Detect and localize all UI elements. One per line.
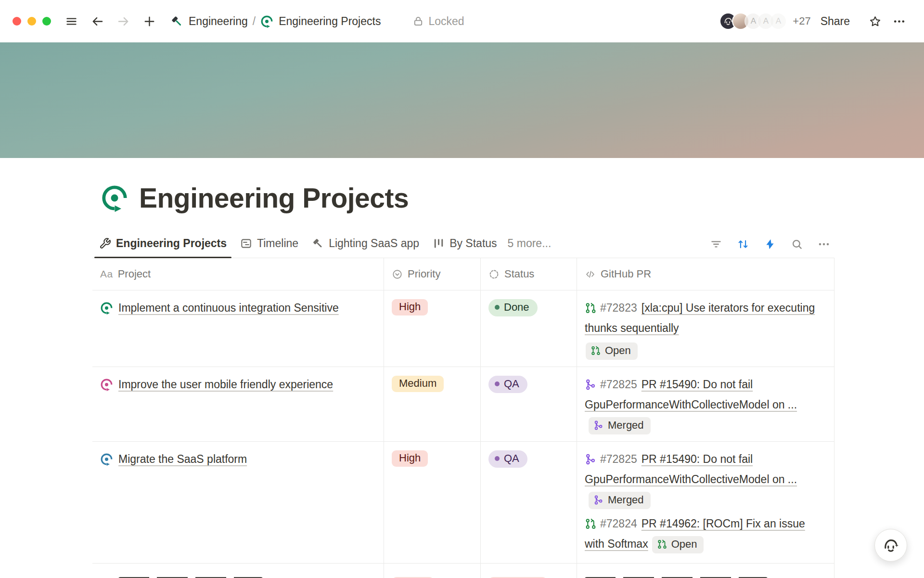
database-table: Aa Project Priority Status GitHub PR Imp… <box>92 258 834 578</box>
minimize-window-button[interactable] <box>27 17 36 26</box>
project-cell[interactable]: Improve the user mobile friendly experie… <box>92 367 384 441</box>
table-row: Improve the user mobile friendly experie… <box>92 367 834 442</box>
column-header-github-pr[interactable]: GitHub PR <box>577 258 834 290</box>
locked-indicator[interactable]: Locked <box>412 15 464 28</box>
breadcrumb-workspace-label: Engineering <box>189 15 248 28</box>
favorite-button[interactable] <box>864 11 886 32</box>
github-pr-cell[interactable]: #72825PR #15490: Do not fail GpuPerforma… <box>577 367 834 441</box>
github-pr-link[interactable]: #72823[xla:cpu] Use iterators for execut… <box>585 298 826 360</box>
timeline-icon <box>240 237 252 250</box>
project-page-icon <box>100 374 113 391</box>
status-tag[interactable]: Done <box>488 299 538 316</box>
priority-cell[interactable]: High <box>384 290 481 367</box>
forward-icon <box>117 15 130 28</box>
pr-state-badge: Open <box>652 536 704 553</box>
search-button[interactable] <box>786 235 808 254</box>
filter-button[interactable] <box>706 235 727 254</box>
automation-icon <box>764 238 776 250</box>
breadcrumb-page[interactable]: Engineering Projects <box>257 13 384 30</box>
project-cell[interactable]: Migrate the SaaS platform <box>92 442 384 563</box>
status-cell[interactable]: QA <box>481 442 577 563</box>
status-dot <box>495 305 500 310</box>
project-cell[interactable]: Implement a continuous integration Sensi… <box>92 290 384 367</box>
page-body: Engineering Projects Engineering Project… <box>0 182 924 578</box>
tab-label: 5 more... <box>508 237 552 250</box>
status-cell[interactable]: Done <box>481 290 577 367</box>
share-button[interactable]: Share <box>821 15 850 28</box>
view-more-button[interactable] <box>813 235 834 254</box>
more-icon <box>893 15 906 28</box>
status-label: QA <box>504 452 519 465</box>
search-icon <box>791 238 803 250</box>
github-pr-link[interactable]: #72825PR #15490: Do not fail GpuPerforma… <box>585 374 826 435</box>
sort-button[interactable] <box>732 235 754 254</box>
priority-tag[interactable]: Medium <box>392 376 444 392</box>
breadcrumb-workspace[interactable]: Engineering <box>167 13 251 30</box>
page-swirl-icon <box>260 15 273 28</box>
page-swirl-icon <box>101 184 128 212</box>
pr-number: #72825 <box>600 378 637 391</box>
column-header-status[interactable]: Status <box>481 258 577 290</box>
presence-overflow-count[interactable]: +27 <box>793 15 810 27</box>
tab-engineering-projects[interactable]: Engineering Projects <box>92 230 233 258</box>
github-pr-link[interactable]: #72825PR #15490: Do not fail GpuPerforma… <box>585 449 826 510</box>
sidebar-toggle-button[interactable] <box>61 11 82 32</box>
status-label: Done <box>504 301 529 314</box>
back-icon <box>91 15 104 28</box>
view-actions <box>706 235 834 254</box>
page-title[interactable]: Engineering Projects <box>139 182 409 214</box>
priority-cell[interactable]: High <box>384 442 481 563</box>
window-nav <box>61 11 160 32</box>
pr-number: #72825 <box>600 453 637 465</box>
priority-tag[interactable]: High <box>392 450 428 467</box>
github-pr-link[interactable]: #72824PR #14962: [ROCm] Fix an issue wit… <box>585 513 826 554</box>
breadcrumb-separator: / <box>253 15 256 28</box>
column-header-project[interactable]: Aa Project <box>92 258 384 290</box>
status-label: QA <box>504 378 519 390</box>
titlebar: Engineering / Engineering Projects Locke… <box>0 0 924 42</box>
fullscreen-window-button[interactable] <box>42 17 51 26</box>
tab-timeline[interactable]: Timeline <box>233 230 305 258</box>
table-header: Aa Project Priority Status GitHub PR <box>92 258 834 290</box>
github-pr-cell[interactable]: #72825PR #15490: Do not fail GpuPerforma… <box>577 442 834 563</box>
tabs-more[interactable]: 5 more... <box>504 230 558 258</box>
board-icon <box>433 237 445 250</box>
project-title-link[interactable]: Migrate the SaaS platform <box>118 449 247 469</box>
status-dot <box>495 381 500 386</box>
avatar[interactable]: A <box>770 13 787 30</box>
tab-by-status[interactable]: By Status <box>426 230 503 258</box>
more-options-button[interactable] <box>888 11 910 32</box>
priority-cell[interactable]: Medium <box>384 367 481 441</box>
tab-lighting-saas-app[interactable]: Lighting SaaS app <box>305 230 426 258</box>
column-header-priority[interactable]: Priority <box>384 258 481 290</box>
pr-open-icon <box>657 539 667 550</box>
close-window-button[interactable] <box>13 17 21 26</box>
page-icon[interactable] <box>101 184 128 212</box>
priority-tag[interactable]: High <box>392 299 428 315</box>
hammer-icon <box>312 237 324 250</box>
menu-icon <box>65 15 78 28</box>
pr-state-badge: Merged <box>589 417 651 434</box>
github-pr-cell[interactable]: #72823[xla:cpu] Use iterators for execut… <box>577 290 834 367</box>
breadcrumb-page-label: Engineering Projects <box>279 15 381 28</box>
cover-image[interactable] <box>0 42 924 158</box>
tab-label: Timeline <box>257 237 298 250</box>
select-property-icon <box>392 269 403 280</box>
automation-button[interactable] <box>759 235 781 254</box>
titlebar-right: A A A +27 Share <box>719 11 910 32</box>
more-icon <box>818 238 830 250</box>
pr-state-label: Open <box>671 537 697 552</box>
forward-button[interactable] <box>113 11 134 32</box>
project-title-link[interactable]: Improve the user mobile friendly experie… <box>118 374 333 394</box>
pr-number: #72823 <box>600 302 637 314</box>
project-title-link[interactable]: Implement a continuous integration Sensi… <box>118 298 339 318</box>
back-button[interactable] <box>87 11 108 32</box>
status-tag[interactable]: QA <box>488 450 527 468</box>
lock-icon <box>412 15 424 27</box>
status-tag[interactable]: QA <box>488 376 527 393</box>
notion-ai-button[interactable] <box>874 529 907 562</box>
column-label: GitHub PR <box>601 268 651 280</box>
new-page-button[interactable] <box>139 11 160 32</box>
status-cell[interactable]: QA <box>481 367 577 441</box>
status-property-icon <box>488 269 500 280</box>
